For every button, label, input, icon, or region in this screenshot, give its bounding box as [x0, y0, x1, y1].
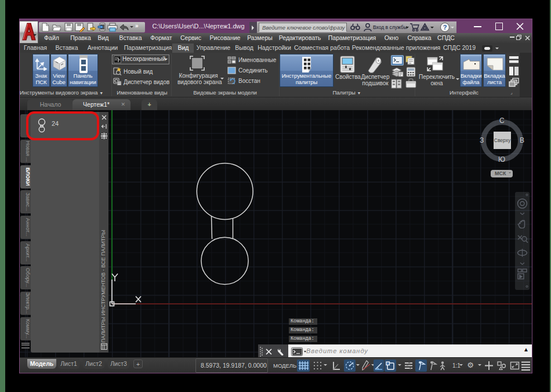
svg-text:?: ? — [443, 24, 447, 31]
